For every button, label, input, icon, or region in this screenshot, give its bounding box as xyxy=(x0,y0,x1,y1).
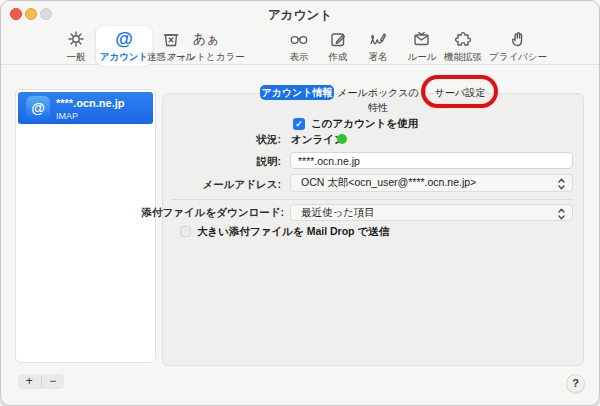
tab-server-settings[interactable]: サーバ設定 xyxy=(427,85,493,100)
toolbar-label: 一般 xyxy=(67,51,86,64)
email-address-label: メールアドレス: xyxy=(51,178,281,192)
tab-mailbox-behaviors[interactable]: メールボックスの特性 xyxy=(335,85,421,100)
toolbar-item-rules[interactable]: ルール xyxy=(404,26,441,66)
online-status-dot xyxy=(337,134,347,144)
toolbar-item-fonts-colors[interactable]: あぁ フォントとカラー xyxy=(163,26,249,66)
toolbar-label: プライバシー xyxy=(489,51,547,64)
toolbar-item-general[interactable]: 一般 xyxy=(61,26,91,66)
at-icon: @ xyxy=(115,28,133,50)
use-account-checkbox[interactable]: ✓ xyxy=(293,118,305,130)
download-attachments-popup[interactable]: 最近使った項目 xyxy=(290,204,573,221)
gear-icon xyxy=(65,28,87,50)
use-account-label: このアカウントを使用 xyxy=(311,117,418,131)
section-divider xyxy=(172,199,574,200)
window-title: アカウント xyxy=(1,7,599,24)
viewing-glasses-icon xyxy=(288,28,310,50)
toolbar-item-extensions[interactable]: 機能拡張 xyxy=(440,26,486,66)
check-icon: ✓ xyxy=(295,118,303,130)
toolbar-label: 署名 xyxy=(369,51,388,64)
extensions-puzzle-icon xyxy=(452,28,474,50)
account-list-item[interactable]: @ ****.ocn.ne.jp IMAP xyxy=(18,92,153,124)
toolbar-label: 作成 xyxy=(329,51,348,64)
description-input[interactable] xyxy=(290,152,573,169)
add-remove-account-group: + − xyxy=(18,374,64,389)
status-label: 状況: xyxy=(51,133,281,147)
preferences-toolbar: 一般 @ アカウント 迷惑メール あぁ フォントとカラー xyxy=(1,25,599,65)
toolbar-label: 表示 xyxy=(290,51,309,64)
download-attachments-value: 最近使った項目 xyxy=(301,206,375,220)
remove-account-button[interactable]: − xyxy=(42,374,65,389)
account-protocol: IMAP xyxy=(56,111,78,121)
rules-envelope-icon xyxy=(411,28,433,50)
mail-account-icon: @ xyxy=(26,96,50,120)
composing-icon xyxy=(327,28,349,50)
toolbar-label: フォントとカラー xyxy=(167,51,245,64)
toolbar-item-composing[interactable]: 作成 xyxy=(323,26,353,66)
add-account-button[interactable]: + xyxy=(18,374,41,389)
account-name: ****.ocn.ne.jp xyxy=(56,97,124,109)
tab-divider xyxy=(425,87,426,98)
description-label: 説明: xyxy=(51,155,281,169)
email-address-popup[interactable]: OCN 太郎<ocn_user@****.ocn.ne.jp> xyxy=(290,174,573,192)
maildrop-label: 大きい添付ファイルを Mail Drop で送信 xyxy=(197,225,389,239)
popup-chevron-icon xyxy=(557,207,566,223)
fonts-colors-icon: あぁ xyxy=(193,28,220,50)
download-attachments-label: 添付ファイルをダウンロード: xyxy=(51,206,284,220)
popup-chevron-icon xyxy=(557,177,566,193)
help-button[interactable]: ? xyxy=(566,374,585,393)
toolbar-item-signatures[interactable]: 署名 xyxy=(363,26,393,66)
toolbar-item-viewing[interactable]: 表示 xyxy=(284,26,314,66)
maildrop-checkbox[interactable] xyxy=(180,226,191,237)
signature-icon xyxy=(367,28,389,50)
email-address-value: OCN 太郎<ocn_user@****.ocn.ne.jp> xyxy=(301,176,476,190)
title-bar: アカウント xyxy=(1,1,599,25)
toolbar-label: 機能拡張 xyxy=(444,51,482,64)
toolbar-label: アカウント xyxy=(100,51,149,64)
toolbar-label: ルール xyxy=(408,51,437,64)
tab-account-information[interactable]: アカウント情報 xyxy=(260,85,334,100)
mail-preferences-window: アカウント 一般 @ アカウント xyxy=(0,0,600,406)
privacy-hand-icon xyxy=(507,28,529,50)
accounts-sidebar: @ ****.ocn.ne.jp IMAP xyxy=(15,89,156,363)
toolbar-item-privacy[interactable]: プライバシー xyxy=(485,26,551,66)
